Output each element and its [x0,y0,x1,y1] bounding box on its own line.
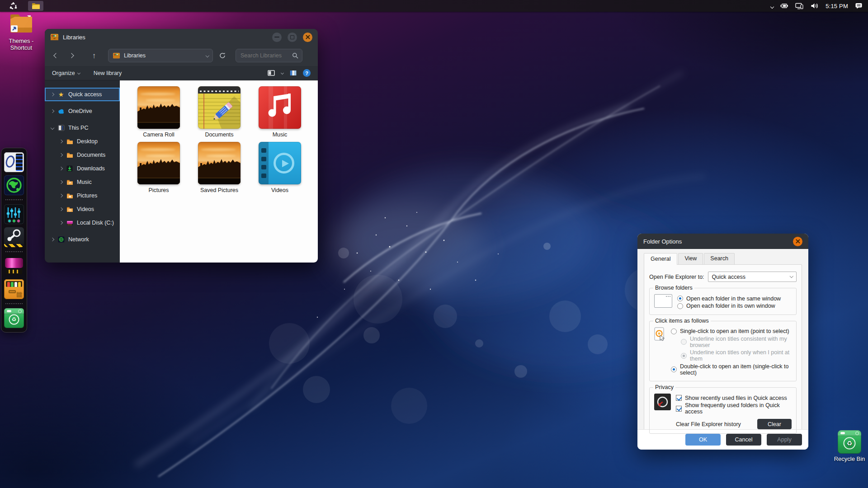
desktop-icon-themes-shortcut[interactable]: Themes - Shortcut [1,13,42,51]
organize-label: Organize [52,70,75,76]
desktop-icon-recycle-bin[interactable]: ♻ Recycle Bin [829,430,868,462]
minimize-button[interactable] [272,33,282,42]
sidebar-item-onedrive[interactable]: OneDrive [45,104,120,118]
expand-chevron-icon[interactable] [59,194,63,197]
apply-button[interactable]: Apply [767,434,802,446]
close-button[interactable] [303,33,312,42]
notifications-icon[interactable] [855,2,863,9]
up-button[interactable]: ↑ [88,50,100,61]
volume-icon[interactable] [811,3,819,9]
open-to-dropdown[interactable]: Quick access [708,272,797,282]
new-library-button[interactable]: New library [94,70,122,76]
back-button[interactable] [50,50,62,61]
desktop-icon-label: Shortcut [1,44,42,51]
sidebar-item-network[interactable]: Network [45,233,120,246]
sidebar-label: Local Disk (C:) [77,220,114,226]
sidebar-item-pictures[interactable]: Pictures [45,189,120,202]
expand-chevron-icon[interactable] [59,140,63,143]
group-legend: Click items as follows [653,318,711,324]
library-tile-pictures[interactable]: Pictures [128,142,189,193]
maximize-button[interactable] [288,33,297,42]
library-tile-videos[interactable]: Videos [250,142,310,193]
refresh-button[interactable] [217,52,228,59]
library-tile-music[interactable]: Music [250,86,310,138]
dock-system-monitor-icon[interactable] [4,152,24,172]
display-network-icon[interactable] [795,3,804,9]
search-input[interactable] [236,52,292,59]
collapse-chevron-icon[interactable] [51,126,54,130]
sidebar-label: Videos [77,206,94,212]
radio-label: Open each folder in its own window [686,303,775,309]
tray-expand-button[interactable] [771,2,774,10]
search-box[interactable] [236,49,302,62]
folder-options-titlebar[interactable]: Folder Options [637,234,808,249]
dock-steam-icon[interactable] [4,227,24,247]
click-items-group: Click items as follows Single-click to o… [649,321,797,382]
sidebar-item-this-pc[interactable]: This PC [45,121,120,135]
browse-folders-group: Browse folders Open each folder in the s… [649,288,797,315]
saved-pictures-thumbnail [198,142,241,184]
taskbar-clock[interactable]: 5:15 PM [826,3,848,9]
checkbox-frequent-folders[interactable]: Show frequently used folders in Quick ac… [676,402,792,415]
refresh-icon [219,52,226,59]
explorer-titlebar[interactable]: Libraries [45,29,318,45]
library-tile-documents[interactable]: Documents [189,86,250,138]
ubuntu-logo-icon [9,2,17,10]
forward-button[interactable] [66,50,77,61]
expand-chevron-icon[interactable] [51,93,54,96]
sidebar-item-downloads[interactable]: Downloads [45,162,120,175]
sidebar-item-local-disk-c[interactable]: Local Disk (C:) [45,216,120,230]
radio-single-click[interactable]: Single-click to open an item (point to s… [671,328,792,334]
dialog-close-button[interactable] [793,237,802,246]
expand-chevron-icon[interactable] [59,153,63,157]
sidebar-item-videos[interactable]: Videos [45,202,120,216]
radio-own-window[interactable]: Open each folder in its own window [677,303,792,309]
group-legend: Browse folders [653,285,694,291]
folder-options-dialog: Folder Options General View Search Open … [637,234,808,450]
dock-file-cabinet-icon[interactable] [4,279,24,299]
taskbar-file-explorer-button[interactable] [28,1,43,11]
expand-chevron-icon[interactable] [51,238,54,241]
help-button[interactable]: ? [303,69,311,77]
sidebar-item-documents[interactable]: Documents [45,148,120,162]
battery-icon[interactable] [780,3,788,9]
organize-menu[interactable]: Organize [52,70,80,76]
sidebar-item-music[interactable]: Music [45,175,120,189]
general-tab-page: Open File Explorer to: Quick access Brow… [644,264,802,450]
expand-chevron-icon[interactable] [51,109,54,113]
clear-button[interactable]: Clear [757,419,792,429]
dock-network-globe-icon[interactable] [4,175,24,195]
details-pane-toggle[interactable] [290,70,297,76]
libraries-icon [113,52,120,59]
preview-pane-toggle[interactable] [268,70,275,76]
sidebar-item-quick-access[interactable]: ★ Quick access [45,88,120,101]
library-tile-camera-roll[interactable]: Camera Roll [128,86,189,138]
radio-same-window[interactable]: Open each folder in the same window [677,296,792,302]
tab-general[interactable]: General [644,253,677,265]
expand-chevron-icon[interactable] [59,180,63,184]
tile-label: Documents [189,131,250,138]
radio-double-click[interactable]: Double-click to open an item (single-cli… [671,363,792,376]
view-dropdown-icon[interactable] [281,71,284,75]
checkbox-recent-files[interactable]: Show recently used files in Quick access [676,395,792,401]
window-title: Libraries [63,34,85,41]
sidebar-item-desktop[interactable]: Desktop [45,135,120,148]
expand-chevron-icon[interactable] [59,167,63,170]
music-thumbnail [259,86,301,129]
library-tile-saved-pictures[interactable]: Saved Pictures [189,142,250,193]
dock-audio-mixer-icon[interactable] [4,204,24,224]
cancel-button[interactable]: Cancel [726,434,761,446]
ok-button[interactable]: OK [685,434,721,446]
taskbar-ubuntu-launcher[interactable] [5,1,21,11]
address-dropdown-icon[interactable] [205,54,209,57]
tab-view[interactable]: View [678,253,703,264]
file-explorer-icon [32,3,40,9]
address-bar[interactable]: Libraries [108,49,213,62]
radio-label: Double-click to open an item (single-cli… [680,363,792,376]
sidebar-label: Downloads [77,165,105,172]
dock-removable-drive-icon[interactable] [4,256,24,276]
expand-chevron-icon[interactable] [59,207,63,211]
expand-chevron-icon[interactable] [59,221,63,225]
dock-recycle-bin-icon[interactable]: ♻ [4,308,24,328]
tab-search[interactable]: Search [704,253,735,264]
